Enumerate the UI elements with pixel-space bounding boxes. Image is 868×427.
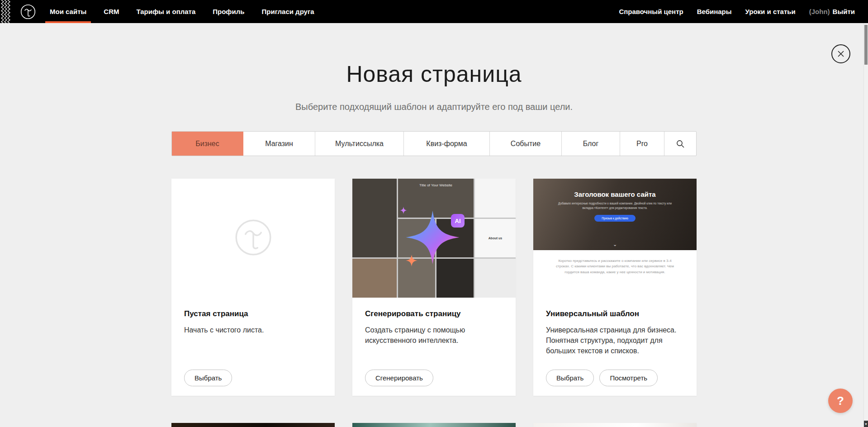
template-card-partial[interactable] [533, 423, 697, 427]
tab-store[interactable]: Магазин [243, 132, 315, 156]
tab-blog[interactable]: Блог [562, 132, 620, 156]
primary-nav: Мои сайты CRM Тарифы и оплата Профиль Пр… [50, 0, 314, 23]
template-card-universal[interactable]: Заголовок вашего сайта Добавьте интересн… [533, 179, 697, 396]
user-name: (John) [809, 8, 830, 15]
preview-hero: Заголовок вашего сайта Добавьте интересн… [533, 179, 697, 250]
ai-generate-preview: Title of Your Website About us [352, 179, 516, 298]
mosaic-tile [436, 259, 474, 298]
template-cards-row: Пустая страница Начать с чистого листа. … [171, 179, 697, 396]
secondary-nav: Справочный центр Вебинары Уроки и статьи… [619, 8, 868, 15]
card-title: Пустая страница [184, 309, 322, 318]
tab-multilink[interactable]: Мультиссылка [315, 132, 404, 156]
preview-hero-title: Заголовок вашего сайта [574, 190, 655, 198]
mosaic-tile [475, 259, 516, 298]
nav-my-sites[interactable]: Мои сайты [50, 0, 86, 23]
mosaic-tile: Title of Your Website [398, 179, 474, 218]
template-card-blank[interactable]: Пустая страница Начать с чистого листа. … [171, 179, 335, 396]
template-card-partial[interactable] [171, 423, 335, 427]
mosaic-tile [398, 219, 435, 258]
template-category-tabs: Бизнес Магазин Мультиссылка Квиз-форма С… [171, 131, 697, 156]
nav-profile[interactable]: Профиль [213, 0, 244, 23]
tilda-logo-icon [20, 4, 36, 19]
mosaic-about-label: About us [489, 237, 502, 240]
choose-button[interactable]: Выбрать [184, 370, 232, 386]
nav-webinars[interactable]: Вебинары [697, 8, 732, 15]
search-icon [676, 139, 685, 148]
mosaic-tile [398, 259, 435, 298]
card-description: Создать страницу с помощью искусственног… [365, 325, 503, 346]
scrollbar-thumb[interactable] [864, 25, 868, 65]
scrollbar-arrow-down-icon[interactable]: ▼ [864, 421, 868, 427]
tilda-watermark-icon [234, 218, 272, 258]
nav-help-center[interactable]: Справочный центр [619, 8, 683, 15]
preview-body: Коротко представьтесь и расскажите о ком… [533, 250, 697, 275]
mosaic-tile [352, 179, 397, 257]
preview-hero-text: Добавьте интересные подробности о вашей … [556, 201, 674, 210]
mosaic-tile [352, 259, 397, 298]
scrollbar[interactable]: ▼ [863, 23, 868, 427]
close-button[interactable] [831, 44, 850, 63]
preview-cta-button: Призыв к действию [594, 215, 636, 222]
search-templates-button[interactable] [664, 132, 696, 156]
tilda-logo[interactable] [20, 4, 36, 20]
tab-quiz-form[interactable]: Квиз-форма [404, 132, 490, 156]
tab-event[interactable]: Событие [490, 132, 562, 156]
chevron-down-icon: ⌄ [613, 242, 617, 247]
page-title: Новая страница [0, 61, 868, 87]
generate-button[interactable]: Сгенерировать [365, 370, 433, 386]
template-chooser: Новая страница Выберите подходящий шабло… [0, 23, 868, 427]
tab-business[interactable]: Бизнес [172, 132, 243, 156]
page-subtitle: Выберите подходящий шаблон и адаптируйте… [0, 102, 868, 112]
template-card-ai-generate[interactable]: Title of Your Website About us [352, 179, 516, 396]
choose-button[interactable]: Выбрать [546, 370, 594, 386]
view-button[interactable]: Посмотреть [599, 370, 658, 386]
preview-body-text: Коротко представьтесь и расскажите о ком… [552, 258, 678, 275]
nav-lessons-articles[interactable]: Уроки и статьи [745, 8, 796, 15]
top-navbar: Мои сайты CRM Тарифы и оплата Профиль Пр… [0, 0, 868, 23]
card-description: Начать с чистого листа. [184, 325, 322, 335]
zigzag-pattern [0, 0, 12, 23]
nav-crm[interactable]: CRM [104, 0, 119, 23]
blank-page-preview [171, 179, 335, 298]
close-icon [837, 50, 844, 57]
card-title: Сгенерировать страницу [365, 309, 503, 318]
card-description: Универсальная страница для бизнеса. Поня… [546, 325, 684, 356]
website-mosaic: Title of Your Website About us [352, 179, 516, 298]
logout-link[interactable]: Выйти [833, 8, 855, 15]
template-cards-row-partial [171, 423, 697, 427]
universal-template-preview: Заголовок вашего сайта Добавьте интересн… [533, 179, 697, 298]
help-button[interactable]: ? [828, 389, 853, 413]
mosaic-tile [436, 219, 474, 258]
mosaic-tile [475, 179, 516, 218]
card-title: Универсальный шаблон [546, 309, 684, 318]
nav-tariffs-payment[interactable]: Тарифы и оплата [136, 0, 195, 23]
tab-pro[interactable]: Pro [620, 132, 664, 156]
user-session: (John) Выйти [809, 8, 855, 15]
mosaic-site-title: Title of Your Website [419, 183, 452, 187]
nav-invite-friend[interactable]: Пригласи друга [261, 0, 314, 23]
mosaic-tile: About us [475, 219, 516, 258]
template-card-partial[interactable] [352, 423, 516, 427]
